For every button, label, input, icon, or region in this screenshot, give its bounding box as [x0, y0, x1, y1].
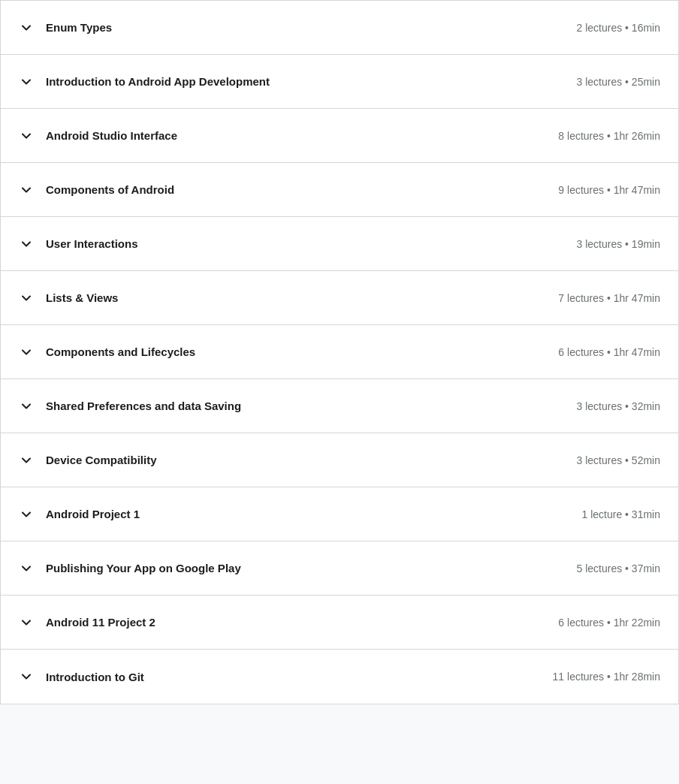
chevron-down-icon — [19, 20, 34, 35]
chevron-down-icon — [19, 182, 34, 198]
chevron-down-icon — [19, 615, 34, 630]
course-title: Introduction to Git — [46, 669, 144, 685]
chevron-down-icon — [19, 399, 34, 414]
course-title: Components of Android — [46, 182, 174, 198]
course-left: Android Project 1 — [19, 506, 563, 522]
course-left: Android Studio Interface — [19, 128, 540, 143]
course-item[interactable]: Introduction to Android App Development … — [1, 55, 678, 109]
chevron-down-icon — [19, 507, 34, 522]
course-title: Publishing Your App on Google Play — [46, 560, 241, 576]
course-item[interactable]: Components and Lifecycles 6 lectures • 1… — [1, 325, 678, 379]
course-meta: 3 lectures • 25min — [576, 76, 660, 88]
course-item[interactable]: Introduction to Git 11 lectures • 1hr 28… — [1, 650, 678, 704]
course-title: Android Studio Interface — [46, 128, 177, 143]
course-meta: 3 lectures • 52min — [576, 454, 660, 466]
course-list: Enum Types 2 lectures • 16min Introducti… — [0, 0, 679, 704]
course-item[interactable]: Shared Preferences and data Saving 3 lec… — [1, 379, 678, 433]
course-item[interactable]: Components of Android 9 lectures • 1hr 4… — [1, 163, 678, 217]
course-meta: 6 lectures • 1hr 22min — [558, 617, 660, 629]
chevron-down-icon — [19, 128, 34, 143]
course-meta: 9 lectures • 1hr 47min — [558, 184, 660, 196]
course-item[interactable]: Android Studio Interface 8 lectures • 1h… — [1, 109, 678, 163]
course-left: Introduction to Git — [19, 669, 535, 685]
course-title: Introduction to Android App Development — [46, 74, 270, 89]
chevron-down-icon — [19, 669, 34, 684]
course-meta: 7 lectures • 1hr 47min — [558, 292, 660, 304]
course-meta: 11 lectures • 1hr 28min — [553, 671, 660, 683]
course-item[interactable]: Android Project 1 1 lecture • 31min — [1, 487, 678, 541]
course-title: Components and Lifecycles — [46, 344, 195, 360]
course-title: Shared Preferences and data Saving — [46, 398, 241, 414]
course-meta: 6 lectures • 1hr 47min — [558, 346, 660, 358]
course-title: Android Project 1 — [46, 506, 140, 522]
course-left: Publishing Your App on Google Play — [19, 560, 558, 576]
course-title: User Interactions — [46, 236, 138, 252]
chevron-down-icon — [19, 561, 34, 576]
course-left: Introduction to Android App Development — [19, 74, 558, 89]
course-left: Components and Lifecycles — [19, 344, 540, 360]
course-meta: 2 lectures • 16min — [576, 22, 660, 34]
course-left: Device Compatibility — [19, 452, 558, 468]
course-left: Shared Preferences and data Saving — [19, 398, 558, 414]
chevron-down-icon — [19, 345, 34, 360]
course-left: Enum Types — [19, 20, 558, 35]
course-item[interactable]: Lists & Views 7 lectures • 1hr 47min — [1, 271, 678, 325]
course-left: Lists & Views — [19, 290, 540, 306]
course-title: Enum Types — [46, 20, 112, 35]
course-meta: 3 lectures • 19min — [576, 238, 660, 250]
course-meta: 3 lectures • 32min — [576, 400, 660, 412]
course-meta: 1 lecture • 31min — [581, 508, 660, 520]
chevron-down-icon — [19, 237, 34, 252]
course-meta: 8 lectures • 1hr 26min — [558, 130, 660, 142]
course-title: Android 11 Project 2 — [46, 614, 155, 630]
course-left: Components of Android — [19, 182, 540, 198]
course-item[interactable]: Android 11 Project 2 6 lectures • 1hr 22… — [1, 596, 678, 650]
course-meta: 5 lectures • 37min — [576, 562, 660, 574]
course-item[interactable]: Publishing Your App on Google Play 5 lec… — [1, 541, 678, 596]
chevron-down-icon — [19, 74, 34, 89]
course-item[interactable]: Enum Types 2 lectures • 16min — [1, 1, 678, 55]
chevron-down-icon — [19, 291, 34, 306]
course-item[interactable]: User Interactions 3 lectures • 19min — [1, 217, 678, 271]
course-title: Lists & Views — [46, 290, 118, 306]
course-left: User Interactions — [19, 236, 558, 252]
chevron-down-icon — [19, 453, 34, 468]
course-item[interactable]: Device Compatibility 3 lectures • 52min — [1, 433, 678, 487]
course-left: Android 11 Project 2 — [19, 614, 540, 630]
course-title: Device Compatibility — [46, 452, 157, 468]
